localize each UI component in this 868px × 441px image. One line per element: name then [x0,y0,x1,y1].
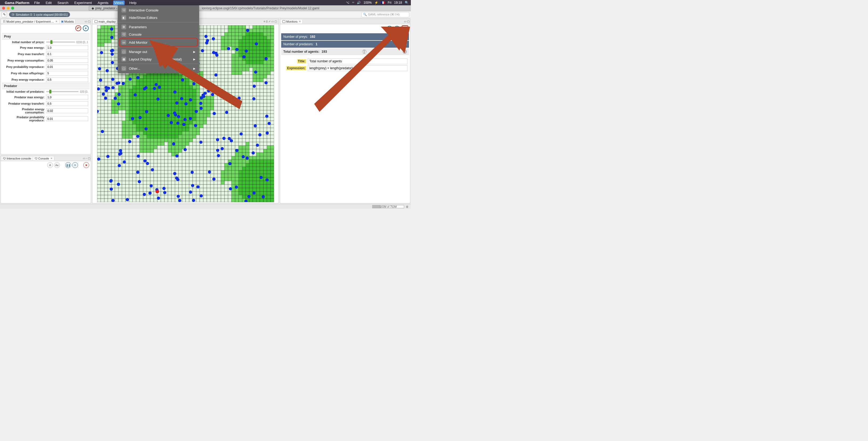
max-icon[interactable]: ▢ [275,20,277,23]
predator-max-energy-input[interactable] [46,95,88,100]
prey-max-energy-input[interactable] [46,45,88,50]
dd-interactive-console[interactable]: 🗨Interactive Console [118,6,199,14]
edit-tool-button[interactable]: ✎ [2,12,7,17]
grid-icon: ▦ [121,57,126,62]
svg-rect-915 [249,199,253,202]
battery-icon[interactable]: ⚡ [374,1,378,4]
monitor-row-predators[interactable]: Number of predators: 1 ✕ [281,41,409,48]
initial-preys-slider[interactable]: 0200 [0..1 [46,41,88,44]
svg-rect-829 [256,174,259,177]
menu-experiment[interactable]: Experiment [73,1,93,5]
battery-pct: 100% [364,1,372,4]
dd-layout-displays[interactable]: ▦Layout Displaymental)▶ [118,55,199,63]
remove-monitor-button[interactable]: ✕ [403,42,407,46]
menu-help[interactable]: Help [128,1,138,5]
svg-point-1162 [156,97,159,101]
dd-manage-outputs[interactable]: ▢Manage out▶ [118,48,199,55]
memory-bar[interactable]: 183M of 753M [372,205,404,208]
simulation-status[interactable]: ◷ Simulation 0: 1 cycle elapsed [00:00:0… [9,12,70,17]
svg-rect-122 [171,82,175,85]
prey-prob-reproduce-input[interactable] [46,64,88,69]
svg-rect-358 [182,114,185,117]
svg-rect-428 [175,124,178,128]
console-tab[interactable]: 🗨Console✕ [33,157,54,160]
font-aa-button[interactable]: Aᴀ [54,162,60,168]
minimize-window-button[interactable] [7,7,9,9]
bluetooth-icon[interactable]: ⌥ [346,1,350,4]
zoom-icon[interactable]: ⤢ [269,20,271,23]
max-icon[interactable]: ▢ [88,157,90,160]
predator-energy-consumption-input[interactable] [46,108,88,113]
prey-max-transfert-input[interactable] [46,52,88,57]
pause-monitor-button[interactable]: ❚❚ [362,50,366,54]
menu-views[interactable]: Views [113,1,124,5]
menu-search[interactable]: Search [57,1,69,5]
gaml-search-input[interactable]: 🔍 GAML reference (⌘⇧H) [361,12,409,17]
prey-energy-consumption-input[interactable] [46,58,88,63]
prey-energy-reproduce-input[interactable] [46,77,88,82]
svg-rect-703 [231,68,235,71]
svg-rect-134 [129,86,132,89]
refresh-monitors-button[interactable]: ⟳ [394,26,400,32]
close-icon[interactable]: ✕ [50,157,53,160]
interactive-console-tab[interactable]: 🗨Interactive console [1,157,33,160]
svg-rect-623 [249,43,253,46]
min-icon[interactable]: ▭ [83,157,85,160]
initial-predators-slider[interactable]: 020 [0. [46,90,88,93]
svg-rect-921 [270,199,274,202]
dd-console[interactable]: 🗨Console [118,31,199,38]
models-tab[interactable]: ▣ Models [59,20,75,24]
restore-icon[interactable]: ▫ [86,157,87,160]
remove-monitor-button[interactable]: ✕ [403,35,407,39]
refresh-console-button[interactable]: ⟳ [72,162,78,168]
snapshot-icon[interactable]: ⎙ [266,20,268,23]
monitor-row-preys[interactable]: Number of preys: 192 ✕ [281,33,409,40]
pause-console-button[interactable]: ❚❚ [65,162,71,168]
spotlight-icon[interactable]: 🔍 [405,1,409,4]
menu-agents[interactable]: Agents [97,1,110,5]
svg-rect-832 [267,174,270,177]
pause-monitors-button[interactable]: ❚❚ [386,26,393,32]
gc-button[interactable]: 🗑 [406,205,409,208]
font-a-button[interactable]: A [47,162,53,168]
predator-prob-reproduce-input[interactable] [46,116,88,121]
dd-other[interactable]: ▢Other...▶ [118,65,199,72]
svg-rect-871 [263,185,267,188]
max-icon[interactable]: ▢ [407,20,409,23]
flag-icon[interactable]: 🇫🇷 [381,1,385,4]
svg-rect-320 [132,110,136,114]
layers-icon[interactable]: ≡ [264,20,265,23]
zoom-window-button[interactable] [11,7,14,9]
clear-console-button[interactable]: ✖ [83,162,89,168]
dd-hide-show-editors[interactable]: ◧Hide/Show Editors [118,14,199,21]
remove-monitor-button[interactable]: ✕ [403,50,407,54]
monitor-expression-input[interactable] [308,65,407,71]
monitor-value: 193 [322,50,327,54]
min-icon[interactable]: ▭ [271,20,274,23]
volume-icon[interactable]: 🔊 [357,1,361,4]
monitors-tab[interactable]: Monitors ✕ [281,20,303,24]
wifi-icon[interactable]: ⌔ [352,1,354,4]
model-tab[interactable]: ☷ Model prey_predator / Experiment ... ✕ [1,20,59,24]
monitor-title-input[interactable] [308,58,407,64]
close-window-button[interactable] [2,7,5,9]
close-icon[interactable]: ✕ [299,20,301,23]
monitor-row-total[interactable]: Total number of agents: 193 ❚❚ ✕ [281,48,409,55]
min-icon[interactable]: ▭ [404,20,406,23]
predator-energy-transfert-input[interactable] [46,101,88,106]
traffic-lights [2,7,14,9]
add-param-button[interactable]: + [83,25,89,31]
main-display-tab[interactable]: main_display [93,20,117,24]
maximize-icon[interactable]: ▢ [88,20,90,23]
close-icon[interactable]: ✕ [55,20,58,23]
svg-rect-129 [196,82,199,85]
add-monitor-button[interactable] [402,25,408,32]
minimize-icon[interactable]: ▭ [85,20,87,23]
svg-point-1088 [227,47,230,50]
revert-button[interactable]: ↶ [75,25,81,31]
menu-file[interactable]: File [33,1,41,5]
dd-add-monitor[interactable]: ▭Add Monitor [120,39,197,46]
prey-nb-offsprings-input[interactable] [46,71,88,75]
menu-edit[interactable]: Edit [44,1,53,5]
dd-parameters[interactable]: ⚙Parameters [118,23,199,31]
